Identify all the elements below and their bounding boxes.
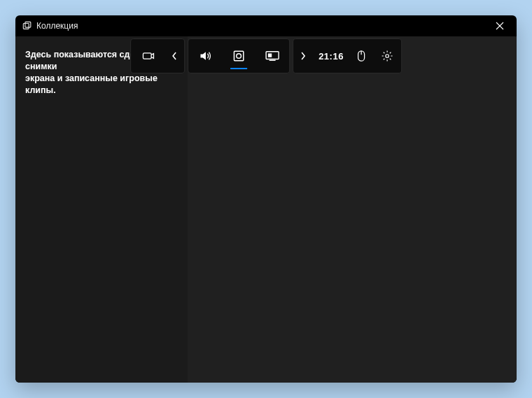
settings-button[interactable]	[373, 39, 401, 73]
prev-widget-button[interactable]	[164, 39, 184, 73]
svg-rect-5	[234, 51, 243, 60]
svg-rect-4	[143, 53, 151, 59]
performance-button[interactable]	[255, 39, 289, 73]
toolbar-right-group: 21:16	[293, 38, 402, 73]
close-button[interactable]	[487, 15, 512, 36]
svg-rect-8	[268, 53, 272, 57]
game-bar-toolbar: 21:16	[130, 38, 402, 73]
window-title: Коллекция	[36, 21, 78, 31]
svg-point-6	[237, 54, 241, 59]
svg-rect-1	[25, 22, 31, 27]
title-bar: Коллекция	[15, 15, 517, 36]
capture-button[interactable]	[222, 39, 255, 73]
next-widget-button[interactable]	[293, 39, 313, 73]
mouse-icon	[349, 39, 373, 73]
clock: 21:16	[313, 39, 349, 73]
collection-icon	[22, 21, 32, 31]
main-area	[188, 36, 517, 383]
svg-rect-0	[23, 24, 29, 29]
toolbar-main-group	[188, 38, 290, 73]
toolbar-widgets-group	[130, 38, 185, 73]
app-window: Коллекция Здесь показываются сделанные с…	[15, 15, 517, 383]
svg-point-12	[386, 55, 389, 58]
sidebar: Здесь показываются сделанные снимки экра…	[15, 36, 188, 383]
window-body: Здесь показываются сделанные снимки экра…	[15, 36, 517, 383]
xbox-widget-button[interactable]	[131, 39, 164, 73]
audio-button[interactable]	[188, 39, 222, 73]
